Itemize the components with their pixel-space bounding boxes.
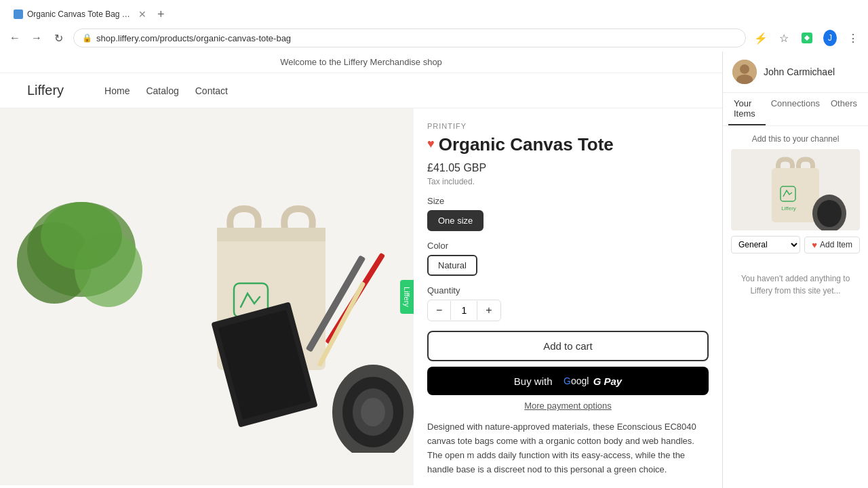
more-payment-options-link[interactable]: More payment options [427,401,709,411]
back-button[interactable]: ← [5,28,24,47]
tab-others[interactable]: Others [825,93,863,125]
price-note: Tax included. [427,177,709,186]
svg-point-23 [740,64,749,74]
browser-chrome: Organic Canvas Tote Bag – L... ✕ + ← → ↻… [0,0,868,52]
nav-catalog[interactable]: Catalog [146,85,178,96]
add-item-button[interactable]: ♥ Add Item [804,237,860,253]
user-avatar [732,60,757,84]
nav-buttons: ← → ↻ [5,28,68,47]
tab-favicon [14,9,23,19]
close-tab-button[interactable]: ✕ [138,9,146,20]
new-tab-button[interactable]: + [157,8,165,20]
color-option-button[interactable]: Natural [427,255,477,276]
liffery-tab-label: Liffery [403,287,411,307]
svg-point-30 [817,200,842,227]
active-tab[interactable]: Organic Canvas Tote Bag – L... ✕ [5,5,155,24]
tab-connections[interactable]: Connections [766,93,825,125]
main-content: Welcome to the Liffery Merchandise shop … [0,52,722,488]
quantity-control: − 1 + [427,300,501,321]
add-to-channel-text: Add this to your channel [731,134,860,144]
svg-text:Liffery: Liffery [781,205,796,211]
tab-your-items[interactable]: Your Items [728,93,766,125]
wishlist-icon[interactable]: ♥ [427,137,435,151]
svg-text:Google: Google [564,375,589,386]
product-features: .: 100% Certified Organic Cotton [427,483,709,485]
quantity-section: Quantity − 1 + [427,285,709,321]
quantity-decrease-button[interactable]: − [428,300,450,321]
bookmark-button[interactable]: ☆ [774,28,793,47]
sidebar-user-header: John Carmichael [723,52,868,93]
address-bar[interactable]: 🔒 shop.liffery.com/products/organic-canv… [73,28,746,47]
profile-button[interactable]: J [821,28,840,47]
svg-point-5 [41,202,122,270]
product-details: PRINTIFY ♥ Organic Canvas Tote £41.05 GB… [414,108,722,485]
gpay-logo: Google [564,375,589,387]
url-text: shop.liffery.com/products/organic-canvas… [96,33,291,43]
gpay-text: G Pay [593,375,623,387]
sidebar-product-thumbnail: Liffery [731,149,860,230]
shop-nav-links: Home Catalog Contact [104,85,228,96]
channel-controls: General ♥ Add Item [731,236,860,253]
heart-icon: ♥ [812,240,817,250]
add-item-label: Add Item [820,240,852,249]
product-brand: PRINTIFY [427,122,709,130]
product-area: Liffery [0,108,722,485]
svg-point-18 [361,398,385,426]
product-title: Organic Canvas Tote [439,134,614,155]
liffery-tab-indicator[interactable]: Liffery [400,280,414,314]
product-price: £41.05 GBP [427,162,709,174]
sidebar-add-section: Add this to your channel Liffery [723,126,868,262]
buy-with-gpay-button[interactable]: Buy with Google G Pay [427,367,709,395]
quantity-value: 1 [450,301,477,320]
menu-button[interactable]: ⋮ [844,28,863,47]
toolbar-actions: ⚡ ☆ J ⋮ [751,28,863,47]
sidebar-empty-message: You haven't added anything to Liffery fr… [723,262,868,308]
shop-banner: Welcome to the Liffery Merchandise shop [0,52,722,73]
browser-tabs: Organic Canvas Tote Bag – L... ✕ + [0,0,868,24]
buy-now-label: Buy with [514,375,553,387]
shop-logo: Liffery [27,83,64,98]
channel-select[interactable]: General [731,236,800,253]
quantity-increase-button[interactable]: + [477,300,500,321]
size-label: Size [427,196,709,206]
profile-badge: J [823,30,837,46]
user-name: John Carmichael [764,66,835,77]
add-to-cart-button[interactable]: Add to cart [427,331,709,361]
quantity-label: Quantity [427,285,709,296]
forward-button[interactable]: → [27,28,46,47]
nav-contact[interactable]: Contact [195,85,228,96]
product-description: Designed with nature-approved materials,… [427,420,709,476]
extensions-button[interactable]: ⚡ [751,28,770,47]
svg-rect-7 [217,228,326,241]
product-image-background: Liffery [0,108,414,485]
page-wrapper: Welcome to the Liffery Merchandise shop … [0,52,868,488]
liffery-extension-button[interactable] [797,28,816,47]
product-image-svg: Liffery [0,141,414,453]
size-option-button[interactable]: One size [427,210,484,231]
tab-title: Organic Canvas Tote Bag – L... [27,9,132,19]
banner-text: Welcome to the Liffery Merchandise shop [280,57,442,67]
security-icon: 🔒 [82,33,92,43]
product-image-area: Liffery [0,108,414,485]
color-label: Color [427,241,709,251]
refresh-button[interactable]: ↻ [49,28,68,47]
sidebar-tabs: Your Items Connections Others [723,93,868,126]
liffery-sidebar: John Carmichael Your Items Connections O… [722,52,868,488]
shop-nav: Liffery Home Catalog Contact [0,73,722,108]
browser-toolbar: ← → ↻ 🔒 shop.liffery.com/products/organi… [0,24,868,52]
nav-home[interactable]: Home [104,85,130,96]
